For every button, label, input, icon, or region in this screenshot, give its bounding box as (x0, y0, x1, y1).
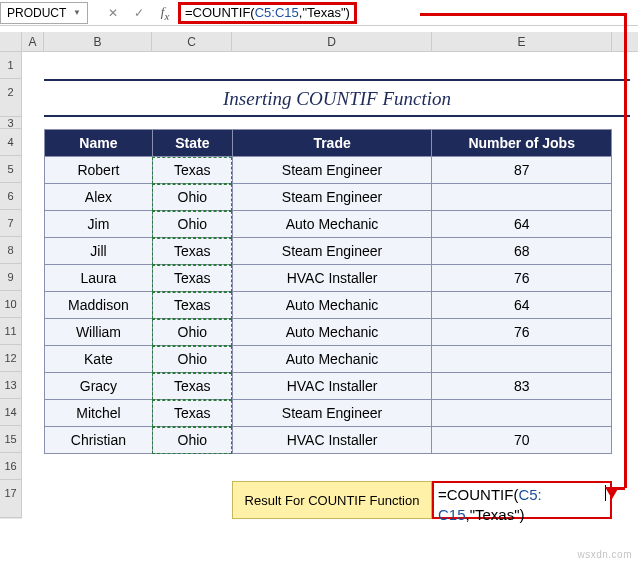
row-header[interactable]: 11 (0, 318, 22, 345)
table-header-row: Name State Trade Number of Jobs (45, 130, 612, 157)
formula-bar-highlight: =COUNTIF(C5:C15,"Texas") (178, 2, 357, 24)
cell-name[interactable]: Christian (45, 427, 153, 454)
cell-name[interactable]: Jill (45, 238, 153, 265)
cell-jobs[interactable]: 76 (432, 265, 612, 292)
cell-name[interactable]: Maddison (45, 292, 153, 319)
name-box-value: PRODUCT (7, 6, 66, 20)
cell-trade[interactable]: Steam Engineer (232, 184, 432, 211)
formula-bar-input[interactable]: =COUNTIF(C5:C15,"Texas") (185, 5, 350, 20)
cell-state[interactable]: Texas (152, 265, 232, 292)
formula-range: C5:C15 (255, 5, 299, 20)
result-label-cell[interactable]: Result For COUNTIF Function (232, 481, 432, 519)
col-header-c[interactable]: C (152, 32, 232, 51)
cell-state[interactable]: Texas (152, 292, 232, 319)
cell-state[interactable]: Texas (152, 238, 232, 265)
cell-trade[interactable]: Steam Engineer (232, 238, 432, 265)
row-header[interactable]: 17 (0, 480, 22, 518)
enter-icon[interactable]: ✓ (130, 6, 148, 20)
row-header[interactable]: 14 (0, 399, 22, 426)
sheet-area[interactable]: Inserting COUNTIF Function Name State Tr… (22, 52, 638, 519)
cell-state[interactable]: Ohio (152, 211, 232, 238)
result-row: Result For COUNTIF Function =COUNTIF(C5:… (44, 481, 638, 519)
col-header-a[interactable]: A (22, 32, 44, 51)
chevron-down-icon[interactable]: ▼ (73, 8, 81, 17)
cell-jobs[interactable] (432, 346, 612, 373)
row-header[interactable]: 8 (0, 237, 22, 264)
row-header[interactable]: 1 (0, 52, 22, 79)
row-header[interactable]: 7 (0, 210, 22, 237)
cell-trade[interactable]: HVAC Installer (232, 427, 432, 454)
cell-trade[interactable]: Auto Mechanic (232, 346, 432, 373)
cell-jobs[interactable]: 64 (432, 211, 612, 238)
cell-jobs[interactable] (432, 184, 612, 211)
row-header[interactable]: 6 (0, 183, 22, 210)
cell-jobs[interactable]: 64 (432, 292, 612, 319)
cell-state[interactable]: Texas (152, 157, 232, 184)
cell-trade[interactable]: Auto Mechanic (232, 292, 432, 319)
row-header[interactable]: 16 (0, 453, 22, 480)
cell-trade[interactable]: Steam Engineer (232, 157, 432, 184)
cell-state[interactable]: Texas (152, 373, 232, 400)
cell-state[interactable]: Ohio (152, 427, 232, 454)
cell-name[interactable]: Mitchel (45, 400, 153, 427)
cell-jobs[interactable]: 70 (432, 427, 612, 454)
annotation-arrow-vertical (624, 13, 627, 488)
cell-trade[interactable]: HVAC Installer (232, 265, 432, 292)
formula-prefix: =COUNTIF( (185, 5, 255, 20)
cell-jobs[interactable]: 83 (432, 373, 612, 400)
data-table: Name State Trade Number of Jobs RobertTe… (44, 129, 612, 454)
row-header[interactable]: 9 (0, 264, 22, 291)
cell-state[interactable]: Ohio (152, 319, 232, 346)
cell-name[interactable]: Jim (45, 211, 153, 238)
row-header[interactable]: 2 (0, 79, 22, 117)
cell-name[interactable]: Alex (45, 184, 153, 211)
row-header[interactable]: 3 (0, 117, 22, 129)
row-header[interactable]: 13 (0, 372, 22, 399)
header-jobs[interactable]: Number of Jobs (432, 130, 612, 157)
cell-name[interactable]: Robert (45, 157, 153, 184)
table-row: MitchelTexasSteam Engineer (45, 400, 612, 427)
cell-jobs[interactable] (432, 400, 612, 427)
cell-jobs[interactable]: 76 (432, 319, 612, 346)
cell-jobs[interactable]: 68 (432, 238, 612, 265)
annotation-arrowhead-icon (605, 487, 619, 499)
cell-state[interactable]: Texas (152, 400, 232, 427)
table-row: LauraTexasHVAC Installer76 (45, 265, 612, 292)
table-row: ChristianOhioHVAC Installer70 (45, 427, 612, 454)
row-headers: 1 2 3 4 5 6 7 8 9 10 11 12 13 14 15 16 1… (0, 52, 22, 519)
header-trade[interactable]: Trade (232, 130, 432, 157)
table-row: GracyTexasHVAC Installer83 (45, 373, 612, 400)
select-all-corner[interactable] (0, 32, 22, 51)
cell-trade[interactable]: Auto Mechanic (232, 319, 432, 346)
cell-trade[interactable]: Steam Engineer (232, 400, 432, 427)
formula-suffix: ,"Texas") (299, 5, 350, 20)
row-header[interactable]: 12 (0, 345, 22, 372)
col-header-d[interactable]: D (232, 32, 432, 51)
cell-name[interactable]: Kate (45, 346, 153, 373)
table-row: RobertTexasSteam Engineer87 (45, 157, 612, 184)
cell-name[interactable]: Gracy (45, 373, 153, 400)
row-header[interactable]: 4 (0, 129, 22, 156)
cell-trade[interactable]: Auto Mechanic (232, 211, 432, 238)
name-box[interactable]: PRODUCT ▼ (0, 2, 88, 24)
header-name[interactable]: Name (45, 130, 153, 157)
cell-trade[interactable]: HVAC Installer (232, 373, 432, 400)
row-header[interactable]: 15 (0, 426, 22, 453)
cancel-icon[interactable]: ✕ (104, 6, 122, 20)
col-header-b[interactable]: B (44, 32, 152, 51)
cell-name[interactable]: Laura (45, 265, 153, 292)
active-cell-e17[interactable]: =COUNTIF(C5:C15,"Texas") (432, 481, 612, 519)
table-row: KateOhioAuto Mechanic (45, 346, 612, 373)
row-header[interactable]: 5 (0, 156, 22, 183)
fx-icon[interactable]: fx (156, 4, 174, 22)
row-header[interactable]: 10 (0, 291, 22, 318)
cell-state[interactable]: Ohio (152, 184, 232, 211)
cell-state[interactable]: Ohio (152, 346, 232, 373)
column-headers: A B C D E (0, 32, 638, 52)
cell-jobs[interactable]: 87 (432, 157, 612, 184)
formula-editing-text: =COUNTIF(C5:C15,"Texas") (438, 485, 542, 524)
col-header-e[interactable]: E (432, 32, 612, 51)
cell-name[interactable]: William (45, 319, 153, 346)
table-row: WilliamOhioAuto Mechanic76 (45, 319, 612, 346)
header-state[interactable]: State (152, 130, 232, 157)
